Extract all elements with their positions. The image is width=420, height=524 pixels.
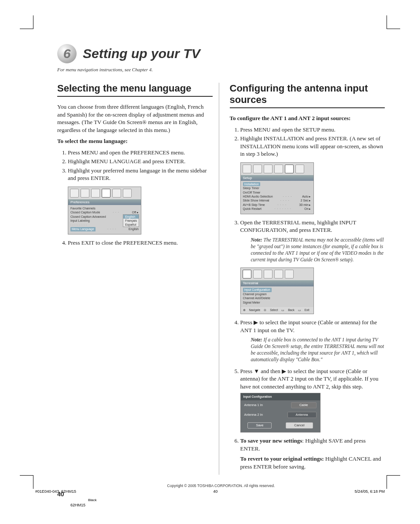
task-heading: To select the menu language: (57, 137, 213, 145)
menu-icon (253, 270, 262, 278)
preferences-screenshot: Preferences Favorite Channels Closed Cap… (68, 187, 141, 235)
menu-icon (243, 270, 251, 278)
chapter-badge: 6 (57, 44, 77, 63)
menu-icon (295, 165, 304, 173)
section-heading-left: Selecting the menu language (57, 83, 213, 94)
save-button: Save (247, 422, 272, 429)
menu-icon (123, 189, 132, 198)
step-item: Open the TERRESTRIAL menu, highlight INP… (240, 219, 385, 314)
step-item: To save your new settings: Highlight SAV… (240, 437, 385, 470)
tv-row-label: Closed Caption Mode (70, 210, 100, 214)
step-item: Highlight your preferred menu language i… (68, 167, 213, 182)
footer-hint: Navigate (249, 308, 261, 312)
menu-icon (102, 189, 111, 198)
tv-row-value: 2 Sec ▸ (301, 198, 311, 202)
tv-row-label: On/Off Timer (243, 191, 261, 194)
tv-row-label: Channel Add/Delete (243, 296, 311, 300)
intro-text: You can choose from three different lang… (57, 103, 213, 134)
crop-mark (20, 475, 33, 489)
tv-row-label: Closed Caption Advanced (70, 215, 106, 219)
tv-row-label: Input Configuration (243, 288, 272, 292)
tv-row-value: 30 min ▸ (299, 203, 311, 207)
popup-item: Español (123, 223, 139, 227)
section-heading-right: Configuring the antenna input sources (230, 83, 385, 106)
step-item: Press ▶ to select the input source (Cabl… (240, 319, 385, 363)
menu-icon (274, 270, 283, 278)
step-text: Press ▼ and then ▶ to select the input s… (240, 368, 379, 390)
print-date: 5/24/05, 6:18 PM (354, 489, 385, 494)
menu-icon (70, 189, 79, 198)
tv-row-label: HDMI Audio Selection (243, 194, 273, 198)
tv-row-label: Signal Meter (243, 300, 311, 304)
menu-icon (91, 189, 100, 198)
note-block: Note: The TERRESTRIAL menu may not be ac… (251, 237, 385, 263)
note-text: If a cable box is connected to the ANT 1… (251, 337, 384, 362)
language-popup: English Français Español (123, 214, 139, 227)
step-item: Press ▼ and then ▶ to select the input s… (240, 367, 385, 432)
menu-icon (274, 165, 283, 173)
menu-icon (264, 165, 273, 173)
menu-icon (243, 165, 251, 173)
note-label: Note: (251, 237, 262, 242)
footer-hint: Exit (305, 308, 309, 312)
tv-menu-title: Terrestrial (241, 280, 313, 287)
chapter-title: Setting up your TV (83, 46, 200, 61)
tv-row-label: Menu Language (70, 227, 96, 231)
copyright: Copyright © 2005 TOSHIBA CORPORATION. Al… (57, 484, 385, 488)
menu-icon (81, 189, 89, 198)
tv-row-value: English (129, 227, 139, 231)
tv-row-label: Quick Restart (243, 207, 262, 211)
ic-title: Input Configuration (241, 393, 320, 400)
tv-row-label: Input Labeling (70, 219, 90, 223)
menu-icon (112, 189, 121, 198)
step-item: Press EXIT to close the PREFERENCES menu… (68, 239, 213, 247)
step-bold: To revert to your original settings: (240, 455, 324, 462)
tv-row-label: Channel program (243, 292, 311, 296)
tv-row-label: Installation (243, 182, 260, 186)
print-color: Black (88, 498, 385, 502)
menu-icon (264, 270, 273, 278)
step-text: Press ▶ to select the input source (Cabl… (240, 319, 377, 333)
cancel-button: Cancel (286, 422, 313, 429)
terrestrial-screenshot: Terrestrial Input Configuration Channel … (240, 267, 314, 314)
tv-row-label: Slide Show Interval (243, 198, 269, 202)
tv-menu-title: Setup (241, 175, 313, 181)
footer-hint: Select (270, 308, 278, 312)
note-text: The TERRESTRIAL menu may not be accessib… (251, 237, 384, 262)
tv-row-value: On ▸ (304, 207, 311, 211)
print-model: 62HM15 (70, 503, 385, 507)
step-text: Open the TERRESTRIAL menu, highlight INP… (240, 219, 356, 234)
menu-icon (285, 270, 294, 278)
menu-icon (253, 165, 262, 173)
chapter-subtitle: For menu navigation instructions, see Ch… (57, 67, 385, 72)
print-page: 40 (213, 489, 217, 494)
popup-item: English (123, 215, 139, 219)
ic-label: Antenna 2 In (244, 413, 263, 417)
footer-hint: Back (288, 308, 294, 312)
note-label: Note: (251, 337, 262, 342)
ic-value: Cable (291, 402, 317, 408)
task-heading: To configure the ANT 1 and ANT 2 input s… (230, 114, 385, 122)
step-item: Highlight MENU LANGUAGE and press ENTER. (68, 158, 213, 165)
tv-row-label: Sleep Timer (243, 186, 259, 190)
tv-row-label: Favorite Channels (70, 206, 96, 210)
tv-row-value: Auto ▸ (302, 194, 311, 198)
menu-icon (285, 165, 294, 173)
tv-menu-title: Preferences (68, 199, 141, 205)
crop-mark (387, 15, 400, 29)
crop-mark (20, 15, 33, 29)
step-bold: To save your new settings (240, 437, 302, 444)
ic-label: Antenna 1 In (244, 403, 263, 407)
step-item: Press MENU and open the SETUP menu. (240, 126, 385, 134)
setup-screenshot: Setup Installation Sleep Timer On/Off Ti… (240, 162, 314, 214)
print-file: #01E040-043_62HM15 (35, 489, 76, 494)
step-item: Highlight INSTALLATION and press ENTER. … (240, 135, 385, 158)
popup-item: Français (123, 219, 139, 223)
input-config-screenshot: Input Configuration Antenna 1 In Cable A… (240, 393, 321, 432)
tv-row-label: AV+B Skip Time (243, 203, 265, 207)
crop-mark (387, 475, 400, 489)
ic-value: Antenna (287, 412, 317, 418)
step-item: Press MENU and open the PREFERENCES menu… (68, 149, 213, 157)
note-block: Note: If a cable box is connected to the… (251, 337, 385, 363)
